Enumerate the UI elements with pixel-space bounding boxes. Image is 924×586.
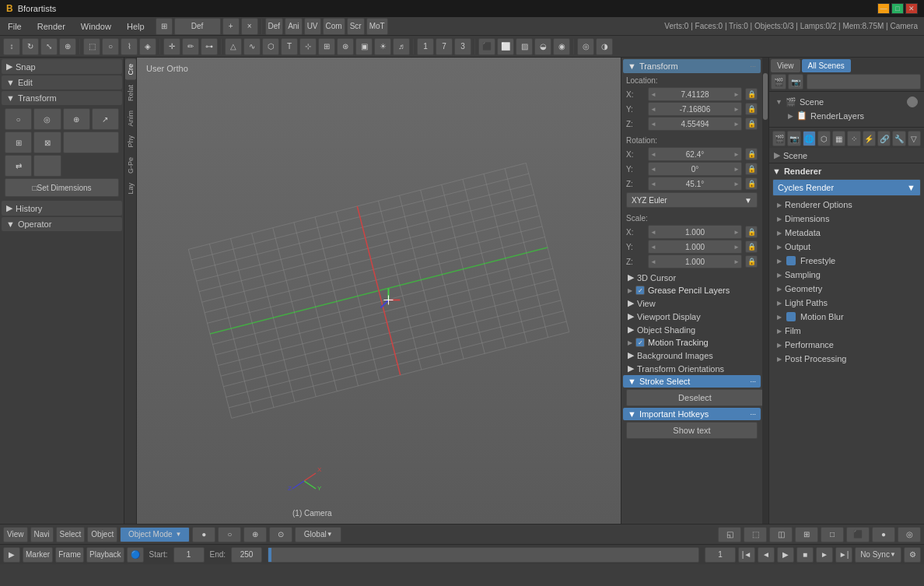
bottom-object[interactable]: Object [87,527,117,542]
render-opt-4[interactable]: ▶ Freestyle [772,254,921,268]
tool-btn-4[interactable]: ↗ [92,108,119,130]
loc-x-lock[interactable]: 🔒 [745,88,758,100]
stroke-select-header[interactable]: ▼ Stroke Select ··· [623,375,761,388]
bottom-navi[interactable]: Navi [30,527,54,542]
left-tab-lay[interactable]: Lay [125,178,136,199]
rot-z-dec[interactable]: ◄ [650,181,656,188]
transform-header[interactable]: ▼ Transform [2,91,122,105]
loc-x-input[interactable]: ◄ 7.41128 ► [648,87,742,101]
important-hotkeys-header[interactable]: ▼ Important Hotkeys ··· [623,408,761,420]
rot-z-inc[interactable]: ► [733,181,740,188]
bg-images-section[interactable]: ▶ Background Images [623,349,761,362]
snap-header[interactable]: ▶ Snap [2,59,122,74]
tool-add-lamp[interactable]: ☀ [374,38,391,55]
operator-header[interactable]: ▼ Operator [2,217,122,231]
mt-checkbox[interactable]: ✓ [635,338,645,347]
transform-orient-btn[interactable]: Global ▼ [295,527,341,542]
scale-x-input[interactable]: ◄ 1.000 ► [648,225,742,239]
bottom-view[interactable]: View [3,527,28,542]
render-opt-11[interactable]: ▶ Post Processing [772,352,921,366]
all-scenes-tab[interactable]: All Scenes [802,59,851,72]
close-workspace-button[interactable]: × [241,18,258,35]
tl-frame-label[interactable]: Frame [55,547,84,563]
xray-toggle[interactable]: ◑ [596,38,613,55]
tool-view-right[interactable]: 3 [454,38,471,55]
gp-arrow[interactable]: ▶ [628,287,632,294]
tool-add-text[interactable]: T [281,38,298,55]
pivot-btn[interactable]: ⊙ [269,527,292,542]
tl-end-input[interactable]: 250 [231,547,262,563]
loc-y-lock[interactable]: 🔒 [745,103,758,115]
freestyle-check[interactable] [786,256,796,265]
rot-z-lock[interactable]: 🔒 [745,177,758,190]
shading-wire[interactable]: ⬜ [497,38,514,55]
close-button[interactable]: ✕ [905,3,918,14]
tl-prev-frame[interactable]: ◄ [758,547,775,563]
tl-extra[interactable]: ⚙ [904,547,921,563]
props-phys-icon[interactable]: 🔧 [892,131,905,146]
rot-y-input[interactable]: ◄ 0° ► [648,162,742,176]
scale-y-inc[interactable]: ► [733,244,740,251]
tool-transform[interactable]: ⊕ [59,38,76,55]
extra-tools-btns[interactable]: ◱ [718,527,741,542]
tl-playback-icon[interactable]: ▶ [3,547,20,563]
tool-view-front[interactable]: 1 [417,38,434,55]
workspace-com[interactable]: Com [323,18,345,35]
set-dimensions-button[interactable]: □ Set Dimensions [5,178,119,197]
tool-btn-3[interactable]: ⊕ [63,108,90,130]
tl-jump-start[interactable]: |◄ [738,547,755,563]
workspace-mot[interactable]: MoT [366,18,388,35]
tool-add-camera[interactable]: ▣ [355,38,373,55]
props-part-icon[interactable]: 🔗 [877,131,891,146]
tool-select-paint[interactable]: ◈ [139,38,156,55]
shading-render[interactable]: ◉ [553,38,570,55]
object-shading-section[interactable]: ▶ Object Shading [623,323,761,336]
rot-x-dec[interactable]: ◄ [650,151,656,158]
viewport[interactable]: User Ortho (1) Camera X Y Z [137,58,621,524]
tool-select-box[interactable]: ⬚ [83,38,100,55]
props-render-icon[interactable]: 📷 [787,131,800,146]
loc-z-lock[interactable]: 🔒 [745,118,758,130]
rot-y-lock[interactable]: 🔒 [745,163,758,175]
render-opt-10[interactable]: ▶ Performance [772,338,921,352]
extra-tools-btns7[interactable]: ● [872,527,895,542]
overlay-toggle[interactable]: ◎ [577,38,594,55]
shading-solid[interactable]: ⬛ [478,38,495,55]
scale-z-dec[interactable]: ◄ [650,258,656,265]
extra-tools-btns3[interactable]: ◫ [769,527,793,542]
tool-measure[interactable]: ⊶ [201,38,218,55]
tool-add-curve[interactable]: ∿ [243,38,261,55]
menu-window[interactable]: Window [73,19,119,33]
motion-blur-check[interactable] [786,312,796,321]
props-scene-icon[interactable]: 🎬 [772,131,786,146]
tl-play[interactable]: ▶ [777,547,794,563]
bottom-select[interactable]: Select [56,527,86,542]
workspace-def[interactable]: Def [265,18,284,35]
tool-btn-2[interactable]: ◎ [33,108,61,130]
menu-file[interactable]: File [0,19,30,33]
props-constr-icon[interactable]: ▽ [908,131,921,146]
scale-z-input[interactable]: ◄ 1.000 ► [648,254,742,268]
scene-tree-root[interactable]: ▼ 🎬 Scene [772,95,921,109]
scale-z-inc[interactable]: ► [733,258,740,265]
layout-icon[interactable]: ⊞ [156,18,173,35]
tool-cursor[interactable]: ✛ [163,38,180,55]
scale-y-input[interactable]: ◄ 1.000 ► [648,240,742,254]
viewport-display-section[interactable]: ▶ Viewport Display [623,310,761,323]
tool-add-empty[interactable]: ⊛ [337,38,354,55]
left-tab-cre[interactable]: Cre [125,59,136,80]
shading-texture[interactable]: ▨ [516,38,533,55]
tool-btn-8[interactable]: ⇄ [5,155,32,177]
render-opt-6[interactable]: ▶ Geometry [772,282,921,296]
tool-view-top[interactable]: 7 [436,38,453,55]
workspace-uv[interactable]: UV [304,18,321,35]
show-text-button[interactable]: Show text [626,422,758,439]
extra-tools-btns5[interactable]: □ [821,527,844,542]
tool-add-armature[interactable]: ⊹ [299,38,317,55]
object-mode-selector[interactable]: Object Mode ▼ [120,527,190,542]
loc-z-input[interactable]: ◄ 4.55494 ► [648,117,742,131]
deselect-button[interactable]: Deselect [626,389,764,406]
tl-start-input[interactable]: 1 [173,547,205,563]
tool-rotate[interactable]: ↻ [22,38,39,55]
render-opt-1[interactable]: ▶ Dimensions [772,212,921,226]
